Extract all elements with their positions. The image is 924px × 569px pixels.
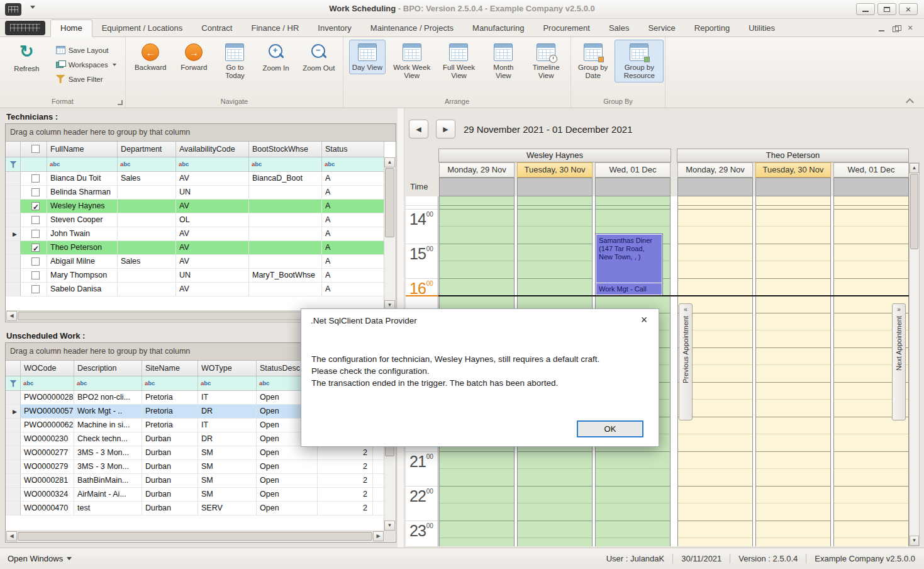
- horizontal-scrollbar[interactable]: [6, 531, 384, 541]
- forward-button[interactable]: Forward: [175, 40, 213, 74]
- row-checkbox-cell[interactable]: [21, 255, 47, 269]
- work-order-row[interactable]: WO0000324 AirMaint - Ai... Durban SM Ope…: [6, 488, 384, 502]
- scroll-right-icon[interactable]: [373, 531, 384, 541]
- technician-row[interactable]: Theo Peterson AV A: [6, 241, 384, 255]
- work-week-view-button[interactable]: Work Week View: [391, 40, 433, 82]
- day-view-button[interactable]: Day View: [349, 40, 386, 74]
- technician-row[interactable]: Mary Thompson UN MaryT_BootWhse A: [6, 269, 384, 283]
- column-header-wotype[interactable]: WOType: [198, 361, 257, 376]
- group-by-date-button[interactable]: Group by Date: [572, 40, 614, 82]
- tab-contract[interactable]: Contract: [192, 20, 242, 37]
- scroll-left-icon[interactable]: [6, 531, 17, 541]
- row-checkbox-cell[interactable]: [21, 241, 47, 255]
- tab-home[interactable]: Home: [50, 20, 92, 37]
- filter-fullname[interactable]: [47, 157, 118, 172]
- dialog-launcher-icon[interactable]: [118, 100, 123, 105]
- technician-row[interactable]: Wesley Haynes AV A: [6, 200, 384, 213]
- work-order-row[interactable]: WO0000470 test Durban SERV Open 2: [6, 502, 384, 515]
- save-layout-button[interactable]: Save Layout: [53, 45, 119, 55]
- scroll-up-icon[interactable]: [384, 157, 395, 167]
- ok-button[interactable]: OK: [577, 420, 643, 437]
- save-filter-button[interactable]: Save Filter: [53, 74, 119, 84]
- open-windows-button[interactable]: Open Windows: [0, 554, 72, 563]
- column-header-wocode[interactable]: WOCode: [21, 361, 74, 376]
- go-to-today-button[interactable]: Go to Today: [216, 40, 253, 82]
- scheduler-scrollbar[interactable]: [909, 162, 920, 546]
- technician-row[interactable]: Belinda Sharman UN A: [6, 186, 384, 200]
- mdi-minimize-icon[interactable]: [878, 25, 886, 32]
- minimize-button[interactable]: [856, 3, 875, 15]
- backward-button[interactable]: Backward: [130, 40, 171, 74]
- scroll-left-icon[interactable]: [6, 311, 17, 321]
- scrollbar-thumb[interactable]: [18, 532, 372, 541]
- all-day-area[interactable]: [677, 177, 753, 196]
- tab-procurement[interactable]: Procurement: [533, 20, 599, 37]
- previous-appointment-tab[interactable]: Previous Appointment: [679, 303, 693, 420]
- work-order-row[interactable]: WO0000279 3MS - 3 Mon... Durban SM Open …: [6, 460, 384, 474]
- all-day-area[interactable]: [439, 177, 515, 196]
- ribbon-collapse-icon[interactable]: [905, 98, 915, 105]
- tab-service[interactable]: Service: [638, 20, 684, 37]
- tab-maintenance-projects[interactable]: Maintenance / Projects: [361, 20, 463, 37]
- work-order-row[interactable]: WO0000281 BathBinMain... Durban SM Open …: [6, 474, 384, 488]
- tab-inventory[interactable]: Inventory: [308, 20, 360, 37]
- technician-row[interactable]: John Twain AV A: [6, 227, 384, 241]
- scrollbar-thumb[interactable]: [910, 174, 918, 249]
- filter-bootstock[interactable]: [249, 157, 322, 172]
- row-checkbox-cell[interactable]: [21, 269, 47, 283]
- scroll-up-icon[interactable]: [910, 163, 919, 173]
- tab-reporting[interactable]: Reporting: [685, 20, 739, 37]
- filter-department[interactable]: [118, 157, 176, 172]
- tab-utilities[interactable]: Utilities: [739, 20, 784, 37]
- vertical-scrollbar[interactable]: [384, 157, 395, 310]
- all-day-area[interactable]: [833, 177, 909, 196]
- filter-status[interactable]: [322, 157, 384, 172]
- zoom-in-button[interactable]: Zoom In: [257, 40, 295, 75]
- tab-manufacturing[interactable]: Manufacturing: [463, 20, 533, 37]
- calendar-column-theo-tuesday[interactable]: [755, 196, 831, 546]
- scrollbar-thumb[interactable]: [385, 168, 394, 237]
- close-button[interactable]: [899, 3, 918, 15]
- mdi-restore-icon[interactable]: [893, 25, 901, 32]
- column-header-fullname[interactable]: FullName: [47, 142, 118, 157]
- timeline-view-button[interactable]: Timeline View: [527, 40, 565, 82]
- row-checkbox-cell[interactable]: [21, 283, 47, 296]
- tab-finance-hr[interactable]: Finance / HR: [242, 20, 308, 37]
- select-all-checkbox[interactable]: [21, 142, 47, 157]
- column-header-bootstock[interactable]: BootStockWhse: [249, 142, 322, 157]
- column-header-status[interactable]: Status: [322, 142, 384, 157]
- all-day-area[interactable]: [595, 177, 671, 196]
- tab-equipment-locations[interactable]: Equipment / Locations: [92, 20, 192, 37]
- full-week-view-button[interactable]: Full Week View: [438, 40, 479, 82]
- tab-sales[interactable]: Sales: [599, 20, 639, 37]
- application-menu-button[interactable]: [5, 21, 45, 35]
- zoom-out-button[interactable]: Zoom Out: [299, 40, 339, 75]
- column-header-department[interactable]: Department: [118, 142, 176, 157]
- filter-sitename[interactable]: [142, 376, 198, 391]
- row-checkbox-cell[interactable]: [21, 213, 47, 227]
- filter-description[interactable]: [74, 376, 142, 391]
- technician-row[interactable]: Bianca Du Toit Sales AV BiancaD_Boot A: [6, 172, 384, 186]
- row-checkbox-cell[interactable]: [21, 186, 47, 200]
- column-header-description[interactable]: Description: [74, 361, 142, 376]
- next-appointment-tab[interactable]: Next Appointment: [892, 303, 906, 420]
- filter-checkbox-cell[interactable]: [21, 157, 47, 172]
- appointment[interactable]: Samanthas Diner (147 Tar Road, New Town,…: [596, 234, 662, 295]
- refresh-button[interactable]: Refresh: [6, 40, 47, 76]
- filter-wocode[interactable]: [21, 376, 74, 391]
- group-by-resource-button[interactable]: Group by Resource: [615, 40, 664, 82]
- next-date-button[interactable]: [436, 120, 455, 138]
- row-checkbox-cell[interactable]: [21, 200, 47, 213]
- work-order-row[interactable]: WO0000277 3MS - 3 Mon... Durban SM Open …: [6, 446, 384, 460]
- dialog-close-icon[interactable]: [637, 313, 651, 327]
- row-checkbox-cell[interactable]: [21, 227, 47, 241]
- workspaces-button[interactable]: Workspaces: [53, 59, 119, 70]
- filter-availability[interactable]: [176, 157, 249, 172]
- scroll-down-icon[interactable]: [910, 536, 919, 546]
- mdi-close-icon[interactable]: [907, 25, 915, 32]
- scroll-down-icon[interactable]: [384, 521, 395, 531]
- month-view-button[interactable]: Month View: [485, 40, 521, 82]
- technician-row[interactable]: Sabelo Danisa AV A: [6, 283, 384, 296]
- column-header-availability[interactable]: AvailabilityCode: [176, 142, 249, 157]
- technician-row[interactable]: Steven Cooper OL A: [6, 213, 384, 227]
